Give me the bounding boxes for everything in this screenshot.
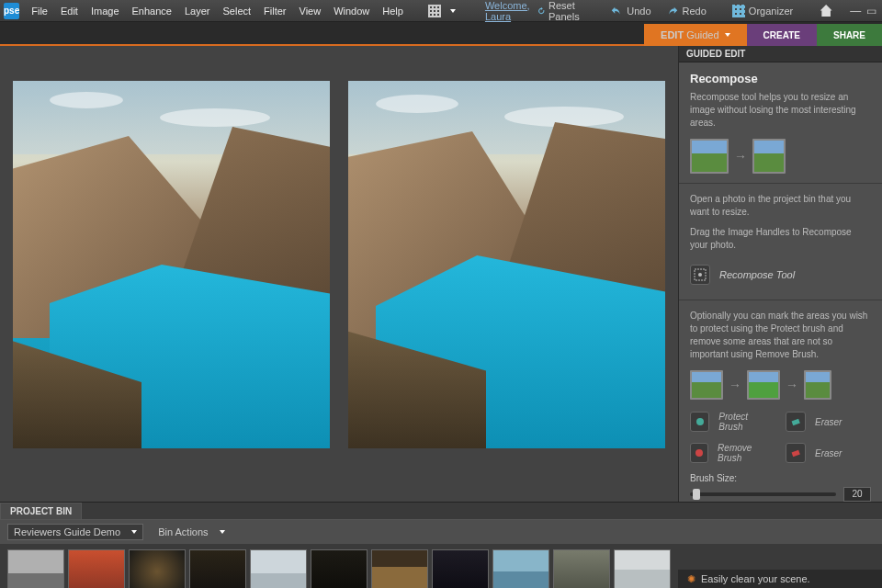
bin-thumbnail[interactable]	[68, 549, 125, 588]
bin-thumbnail[interactable]	[189, 549, 246, 588]
menu-edit[interactable]: Edit	[54, 6, 85, 17]
bin-thumbnail[interactable]	[311, 549, 368, 588]
grid-icon	[428, 5, 441, 17]
chevron-down-icon	[450, 9, 456, 13]
svg-point-1	[698, 273, 702, 277]
menu-image[interactable]: Image	[85, 6, 126, 17]
chevron-down-icon	[131, 530, 137, 534]
protect-brush-button[interactable]: Protect Brush	[690, 409, 773, 435]
tab-create[interactable]: CREATE	[747, 24, 817, 46]
recompose-tool-button[interactable]: Recompose Tool	[690, 259, 871, 290]
mode-bar: EDITGuided CREATE SHARE	[0, 22, 882, 46]
tab-edit[interactable]: EDITGuided	[644, 24, 747, 46]
chevron-down-icon	[725, 33, 730, 37]
menu-layer[interactable]: Layer	[178, 6, 217, 17]
maximize-button[interactable]: ▭	[866, 5, 876, 17]
remove-brush-icon	[690, 443, 708, 463]
example-thumb	[752, 139, 786, 174]
redo-icon	[666, 5, 679, 17]
reset-panels-button[interactable]: Reset Panels	[530, 0, 593, 22]
minimize-button[interactable]: —	[850, 5, 861, 17]
menu-window[interactable]: Window	[327, 6, 376, 17]
panel-description: Recompose tool helps you to resize an im…	[690, 91, 871, 130]
arrow-right-icon: →	[729, 378, 741, 392]
menu-file[interactable]: File	[25, 6, 54, 17]
example-thumbs-2: → →	[690, 370, 871, 400]
svg-point-2	[696, 418, 704, 425]
tip-icon: ✺	[687, 573, 695, 585]
example-thumb	[747, 370, 780, 400]
bin-thumbnail[interactable]	[553, 549, 610, 588]
undo-icon	[610, 5, 623, 17]
brush-size-slider[interactable]	[690, 492, 836, 496]
menu-help[interactable]: Help	[376, 6, 410, 17]
after-image[interactable]	[348, 81, 665, 448]
brush-size-label: Brush Size:	[690, 473, 871, 483]
menu-select[interactable]: Select	[216, 6, 257, 17]
redo-button[interactable]: Redo	[659, 5, 714, 17]
undo-button[interactable]: Undo	[603, 5, 658, 17]
panel-header: GUIDED EDIT	[679, 46, 882, 62]
canvas-area	[0, 46, 678, 502]
bin-thumbnail[interactable]	[7, 549, 64, 588]
organizer-button[interactable]: Organizer	[725, 5, 800, 17]
svg-rect-5	[792, 450, 800, 457]
status-tip: Easily clean your scene.	[701, 573, 810, 584]
status-bar: ✺ Easily clean your scene.	[678, 570, 882, 588]
recompose-tool-icon	[690, 265, 710, 285]
example-thumbs-1: →	[690, 139, 871, 174]
bin-actions-dropdown[interactable]: Bin Actions	[153, 525, 230, 539]
protect-brush-icon	[690, 412, 709, 432]
menu-filter[interactable]: Filter	[257, 6, 292, 17]
example-thumb	[690, 139, 729, 174]
bin-thumbnail[interactable]	[250, 549, 307, 588]
optional-text: Optionally you can mark the areas you wi…	[690, 310, 871, 361]
eraser-icon	[786, 412, 806, 432]
menu-bar: pse File Edit Image Enhance Layer Select…	[0, 0, 882, 22]
organizer-icon	[732, 5, 745, 17]
brush-size-value[interactable]: 20	[843, 487, 871, 502]
home-icon	[819, 4, 833, 18]
example-thumb	[690, 370, 723, 400]
tab-share[interactable]: SHARE	[817, 24, 882, 46]
eraser-icon	[786, 443, 806, 463]
app-logo: pse	[4, 3, 19, 19]
refresh-icon	[537, 5, 545, 17]
arrow-right-icon: →	[734, 149, 747, 164]
project-bin-tab[interactable]: PROJECT BIN	[0, 503, 82, 519]
svg-point-4	[695, 449, 703, 457]
menu-enhance[interactable]: Enhance	[126, 6, 178, 17]
bin-thumbnail[interactable]	[432, 549, 489, 588]
svg-rect-3	[792, 419, 800, 425]
chevron-down-icon	[220, 530, 225, 534]
panel-title: Recompose	[690, 72, 871, 85]
before-image[interactable]	[13, 81, 330, 448]
step-text: Open a photo in the project bin that you…	[690, 193, 871, 219]
guided-edit-panel: GUIDED EDIT Recompose Recompose tool hel…	[678, 46, 882, 502]
menu-view[interactable]: View	[293, 6, 328, 17]
layout-dropdown[interactable]	[421, 5, 463, 17]
bin-thumbnail[interactable]	[371, 549, 428, 588]
home-button[interactable]	[811, 4, 841, 18]
arrow-right-icon: →	[786, 378, 798, 392]
protect-eraser-button[interactable]: Eraser	[786, 409, 868, 435]
project-bin-dropdown[interactable]: Reviewers Guide Demo	[7, 524, 143, 540]
bin-thumbnail[interactable]	[492, 549, 549, 588]
bin-thumbnail[interactable]	[129, 549, 186, 588]
example-thumb	[804, 370, 831, 400]
welcome-link[interactable]: Welcome, Laura	[485, 0, 530, 22]
bin-thumbnail[interactable]	[614, 549, 671, 588]
step-text: Drag the Image Handles to Recompose your…	[690, 226, 871, 252]
remove-brush-button[interactable]: Remove Brush	[690, 440, 773, 466]
remove-eraser-button[interactable]: Eraser	[786, 440, 868, 466]
